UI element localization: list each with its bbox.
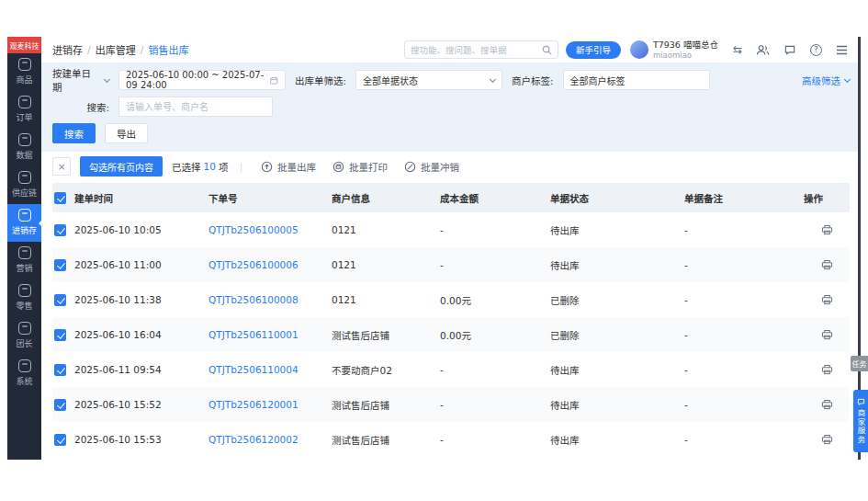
cell-status: 待出库 <box>550 223 684 237</box>
sidebar-item[interactable]: 供应链 <box>7 166 41 204</box>
sidebar-item[interactable]: 订单 <box>7 91 41 129</box>
cell-order-number-link[interactable]: QTJTb2506110004 <box>209 364 332 375</box>
sidebar-item-label: 系统 <box>16 375 32 387</box>
divider: | <box>239 161 242 173</box>
row-checkbox[interactable] <box>54 259 66 271</box>
cell-merchant: 0121 <box>332 294 440 305</box>
cell-merchant: 测试售后店铺 <box>332 328 440 342</box>
sidebar-item[interactable]: 商品 <box>7 53 41 91</box>
date-range-value: 2025-06-10 00:00 ~ 2025-07-09 24:00 <box>126 70 265 90</box>
breadcrumb-item[interactable]: 出库管理 <box>96 42 136 57</box>
row-checkbox[interactable] <box>54 329 66 341</box>
menu-icon[interactable] <box>836 45 848 55</box>
cell-order-number-link[interactable]: QTJTb2506110001 <box>209 329 332 340</box>
switch-store-icon[interactable]: ⇆ <box>733 44 742 55</box>
column-header-status[interactable]: 单据状态 <box>550 191 684 205</box>
batch-outbound-button[interactable]: 批量出库 <box>261 160 316 174</box>
task-tab[interactable]: 任务 <box>851 356 868 371</box>
row-checkbox[interactable] <box>54 224 66 236</box>
cell-remark: - <box>684 364 804 375</box>
filter-row-2: 搜索: <box>52 97 850 117</box>
column-header-created-time[interactable]: 建单时间 <box>74 191 209 205</box>
merchant-tag-select[interactable]: 全部商户标签 <box>563 70 710 90</box>
date-range-input[interactable]: 2025-06-10 00:00 ~ 2025-07-09 24:00 <box>118 70 286 90</box>
cell-order-number-link[interactable]: QTJTb2506100008 <box>209 294 332 305</box>
breadcrumb-item[interactable]: 进销存 <box>52 42 83 57</box>
clear-selection-icon[interactable]: × <box>52 157 71 176</box>
sidebar-item[interactable]: 零售 <box>7 279 41 317</box>
cell-remark: - <box>684 399 804 410</box>
search-button[interactable]: 搜索 <box>52 123 96 143</box>
selected-count: 10 <box>204 161 216 172</box>
keyword-search-label: 搜索: <box>52 100 109 114</box>
cell-order-number-link[interactable]: QTJTb2506120002 <box>209 434 332 445</box>
column-header-order-number[interactable]: 下单号 <box>209 191 332 205</box>
message-icon[interactable] <box>783 44 796 56</box>
cell-created-time: 2025-06-10 11:00 <box>74 259 209 270</box>
sidebar-item-icon <box>18 58 31 71</box>
cell-cost: - <box>440 259 550 270</box>
chevron-down-icon <box>104 75 110 82</box>
print-icon[interactable] <box>821 329 833 340</box>
cell-merchant: 测试售后店铺 <box>332 433 440 447</box>
chevron-down-icon <box>490 75 496 82</box>
row-checkbox[interactable] <box>54 294 66 306</box>
search-icon[interactable] <box>542 45 552 55</box>
print-icon[interactable] <box>821 259 833 270</box>
user-avatar[interactable] <box>630 40 648 59</box>
column-header-cost[interactable]: 成本金额 <box>440 191 550 205</box>
help-icon[interactable]: ? <box>810 44 822 56</box>
user-menu[interactable]: T7936 喵喵总仓 miaomiao <box>630 40 718 60</box>
cell-order-number-link[interactable]: QTJTb2506100006 <box>209 259 332 270</box>
cell-cost: - <box>440 224 550 235</box>
advanced-filter-link[interactable]: 高级筛选 <box>802 74 850 87</box>
print-icon[interactable] <box>821 294 833 305</box>
row-checkbox[interactable] <box>54 364 66 376</box>
export-button[interactable]: 导出 <box>105 123 148 143</box>
cell-created-time: 2025-06-10 15:53 <box>74 434 209 445</box>
users-icon[interactable] <box>756 44 770 56</box>
column-header-merchant[interactable]: 商户信息 <box>332 191 440 205</box>
table-row: 2025-06-10 10:05 QTJTb2506100005 0121 - … <box>52 212 850 247</box>
guide-button[interactable]: 新手引导 <box>566 41 621 59</box>
app-window: 观麦科技 商品 订单 数据 供 <box>7 37 861 460</box>
sidebar-item[interactable]: 营销 <box>7 242 41 279</box>
batch-writeoff-button[interactable]: 批量冲销 <box>404 160 459 174</box>
keyword-search-box[interactable] <box>118 97 273 117</box>
keyword-search-input[interactable] <box>126 102 265 112</box>
column-header-remark[interactable]: 单据备注 <box>684 191 804 205</box>
cell-order-number-link[interactable]: QTJTb2506100005 <box>209 224 332 235</box>
print-icon[interactable] <box>821 224 833 235</box>
print-icon[interactable] <box>821 364 833 375</box>
user-meta: T7936 喵喵总仓 miaomiao <box>653 40 718 60</box>
sidebar-item[interactable]: 系统 <box>7 355 41 393</box>
sidebar-item-icon <box>18 246 31 259</box>
column-header-actions: 操作 <box>804 191 850 205</box>
selected-prefix: 已选择 <box>172 160 201 174</box>
cell-order-number-link[interactable]: QTJTb2506120001 <box>209 399 332 410</box>
row-checkbox[interactable] <box>54 434 66 446</box>
cell-status: 已删除 <box>550 293 684 307</box>
app-logo: 观麦科技 <box>7 37 41 53</box>
sidebar-item[interactable]: 数据 <box>7 129 41 166</box>
sidebar-item[interactable]: 进销存 <box>7 204 41 242</box>
print-icon[interactable] <box>821 399 833 410</box>
global-search[interactable] <box>404 40 558 59</box>
sidebar-item-label: 零售 <box>16 300 32 312</box>
sidebar-item[interactable]: 团长 <box>7 317 41 355</box>
cell-cost: - <box>440 364 550 375</box>
merchant-service-tab[interactable]: 商家服务 <box>853 390 868 452</box>
batch-print-button[interactable]: 批量打印 <box>333 160 388 174</box>
status-select[interactable]: 全部单据状态 <box>355 70 502 90</box>
sidebar-item-label: 营销 <box>16 262 32 274</box>
date-type-dropdown[interactable]: 按建单日期 <box>52 66 109 94</box>
select-all-checkbox[interactable] <box>54 192 66 204</box>
sidebar-item-label: 数据 <box>16 149 32 161</box>
print-icon[interactable] <box>821 434 833 445</box>
print-circle-icon <box>333 161 344 173</box>
select-all-pages-button[interactable]: 勾选所有页内容 <box>80 156 163 176</box>
row-checkbox[interactable] <box>54 399 66 411</box>
breadcrumb: 进销存 / 出库管理 / 销售出库 <box>52 42 188 57</box>
global-search-input[interactable] <box>411 45 538 55</box>
merchant-tag-value: 全部商户标签 <box>570 74 626 87</box>
